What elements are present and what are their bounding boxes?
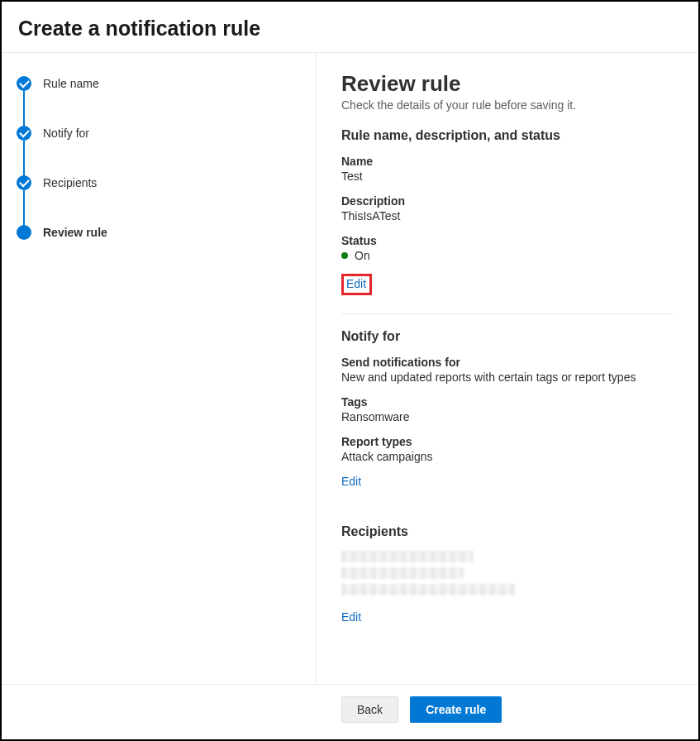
field-value: Ransomware bbox=[341, 410, 674, 423]
dialog-header: Create a notification rule bbox=[2, 2, 698, 53]
wizard-step-label: Recipients bbox=[43, 176, 97, 189]
step-connector bbox=[23, 141, 25, 177]
field-send-notifications: Send notifications for New and updated r… bbox=[341, 356, 674, 384]
wizard-step-label: Notify for bbox=[43, 127, 89, 140]
field-description: Description ThisIsATest bbox=[341, 194, 674, 222]
section-title-recipients: Recipients bbox=[341, 524, 674, 539]
redacted-line bbox=[341, 567, 464, 579]
field-label: Tags bbox=[341, 395, 674, 409]
field-value: Test bbox=[341, 170, 674, 183]
dialog-footer: Back Create rule bbox=[2, 684, 698, 739]
dialog-title: Create a notification rule bbox=[18, 17, 682, 41]
status-text: On bbox=[355, 249, 370, 262]
field-value: Attack campaigns bbox=[341, 450, 674, 463]
recipients-list-redacted bbox=[341, 551, 674, 595]
wizard-step-review-rule[interactable]: Review rule bbox=[17, 225, 301, 240]
edit-basics-button[interactable]: Edit bbox=[346, 277, 366, 290]
current-step-icon bbox=[17, 225, 31, 240]
highlight-box: Edit bbox=[341, 274, 372, 295]
section-title-basics: Rule name, description, and status bbox=[341, 128, 674, 143]
check-icon bbox=[17, 175, 31, 190]
redacted-line bbox=[341, 551, 474, 562]
review-panel: Review rule Check the details of your ru… bbox=[317, 53, 698, 684]
wizard-step-rule-name[interactable]: Rule name bbox=[17, 76, 301, 126]
redacted-line bbox=[341, 584, 515, 595]
wizard-step-recipients[interactable]: Recipients bbox=[17, 175, 301, 225]
field-label: Name bbox=[341, 155, 674, 168]
back-button[interactable]: Back bbox=[341, 696, 398, 723]
section-divider bbox=[341, 313, 674, 314]
field-tags: Tags Ransomware bbox=[341, 395, 674, 423]
review-heading: Review rule bbox=[341, 71, 674, 97]
check-icon bbox=[17, 126, 31, 141]
create-rule-button[interactable]: Create rule bbox=[410, 696, 502, 723]
field-label: Status bbox=[341, 234, 674, 247]
wizard-steps-sidebar: Rule name Notify for Recipients Review r… bbox=[2, 53, 317, 684]
review-subtitle: Check the details of your rule before sa… bbox=[341, 98, 674, 112]
field-report-types: Report types Attack campaigns bbox=[341, 435, 674, 463]
status-dot-icon bbox=[341, 252, 348, 259]
field-label: Report types bbox=[341, 435, 674, 448]
wizard-step-label: Rule name bbox=[43, 77, 99, 90]
step-connector bbox=[23, 190, 25, 227]
field-value: New and updated reports with certain tag… bbox=[341, 370, 674, 384]
field-status: Status On bbox=[341, 234, 674, 262]
field-label: Send notifications for bbox=[341, 356, 674, 369]
field-name: Name Test bbox=[341, 155, 674, 183]
check-icon bbox=[17, 76, 31, 91]
field-label: Description bbox=[341, 194, 674, 208]
step-connector bbox=[23, 91, 25, 127]
field-value: On bbox=[341, 249, 674, 262]
field-value: ThisIsATest bbox=[341, 209, 674, 222]
edit-notify-button[interactable]: Edit bbox=[341, 475, 361, 488]
wizard-step-notify-for[interactable]: Notify for bbox=[17, 126, 301, 175]
wizard-step-label: Review rule bbox=[43, 226, 107, 239]
section-title-notify: Notify for bbox=[341, 329, 674, 344]
edit-recipients-button[interactable]: Edit bbox=[341, 610, 361, 624]
dialog-body: Rule name Notify for Recipients Review r… bbox=[2, 53, 698, 684]
dialog-create-notification-rule: Create a notification rule Rule name Not… bbox=[0, 0, 700, 741]
